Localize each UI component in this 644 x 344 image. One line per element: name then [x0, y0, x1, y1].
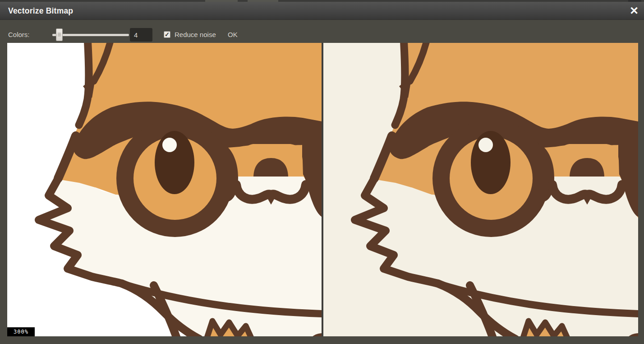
original-bitmap-image: [7, 43, 322, 336]
original-bitmap-panel: [7, 43, 322, 336]
checkmark-icon: ✓: [164, 32, 170, 38]
slider-grip-icon: [58, 33, 61, 37]
colors-label: Colors:: [8, 31, 30, 39]
dialog-titlebar: Vectorize Bitmap ✕: [0, 2, 644, 20]
dialog-title: Vectorize Bitmap: [0, 2, 644, 16]
vectorized-preview-panel: [323, 43, 638, 336]
vectorize-bitmap-dialog: Vectorize Bitmap ✕ Colors: ✓ Reduce nois…: [0, 0, 644, 344]
zoom-level-badge: 300%: [7, 327, 35, 336]
colors-slider-track[interactable]: [52, 34, 129, 36]
reduce-noise-checkbox[interactable]: ✓: [164, 31, 170, 38]
colors-slider-handle[interactable]: [56, 28, 63, 41]
preview-area: 300%: [7, 43, 638, 336]
vectorized-preview-image: [323, 43, 638, 336]
dialog-toolbar: Colors: ✓ Reduce noise OK: [0, 20, 644, 43]
close-icon[interactable]: ✕: [628, 4, 640, 18]
ok-button[interactable]: OK: [228, 31, 238, 39]
reduce-noise-label[interactable]: Reduce noise: [175, 31, 216, 39]
colors-value-input[interactable]: [130, 28, 152, 42]
